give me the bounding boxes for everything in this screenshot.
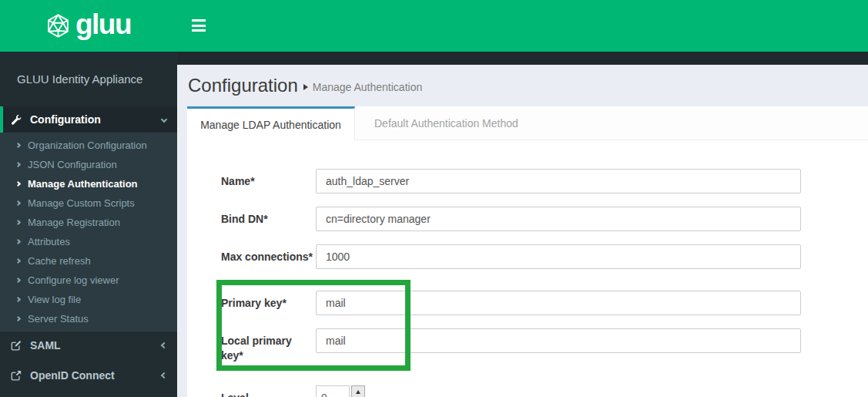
- hamburger-icon: [192, 19, 206, 22]
- top-navbar: gluu: [0, 0, 868, 52]
- form-row-name: Name*: [221, 169, 868, 193]
- primary-key-label: Primary key*: [221, 291, 316, 311]
- name-input[interactable]: [316, 169, 801, 193]
- sidebar-item-openid-connect[interactable]: OpenID Connect: [0, 362, 177, 389]
- external-link-icon: [11, 370, 22, 381]
- sidebar-title: GLUU Identity Appliance: [0, 52, 177, 106]
- tab-bar: Manage LDAP Authentication Default Authe…: [187, 106, 868, 140]
- sidebar-item-configuration[interactable]: Configuration: [0, 106, 177, 133]
- chevron-right-icon: [15, 200, 21, 206]
- main-content: Configuration Manage Authentication Mana…: [177, 65, 868, 397]
- tab-panel: Manage LDAP Authentication Default Authe…: [187, 106, 868, 397]
- form-row-bind-dn: Bind DN*: [221, 207, 868, 231]
- bind-dn-input[interactable]: [316, 207, 801, 231]
- local-primary-key-input[interactable]: [316, 328, 801, 353]
- breadcrumb-arrow-icon: [303, 84, 308, 90]
- configuration-submenu: Organization Configuration JSON Configur…: [0, 133, 177, 331]
- breadcrumb-section: Manage Authentication: [313, 81, 422, 93]
- sidebar-item-label: Configuration: [30, 113, 162, 126]
- sidebar-item-attributes[interactable]: Attributes: [0, 232, 177, 251]
- sidebar-item-manage-custom-scripts[interactable]: Manage Custom Scripts: [0, 193, 177, 213]
- tab-manage-ldap-authentication[interactable]: Manage LDAP Authentication: [187, 106, 355, 141]
- sidebar-item-json-configuration[interactable]: JSON Configuration: [0, 155, 177, 174]
- chevron-right-icon: [15, 297, 21, 302]
- level-stepper-up-button[interactable]: [351, 385, 365, 397]
- max-connections-input[interactable]: [316, 244, 801, 269]
- chevron-right-icon: [15, 258, 21, 264]
- bind-dn-label: Bind DN*: [221, 207, 316, 227]
- level-label: Level: [221, 385, 316, 397]
- form-row-level: Level: [221, 385, 868, 397]
- level-stepper-buttons: [351, 385, 365, 397]
- chevron-right-icon: [15, 316, 21, 321]
- level-stepper: [316, 385, 365, 397]
- chevron-down-icon: [161, 116, 167, 123]
- sidebar-item-manage-authentication[interactable]: Manage Authentication: [0, 174, 177, 193]
- form-row-primary-key: Primary key*: [221, 291, 868, 315]
- chevron-left-icon: [161, 372, 167, 378]
- chevron-right-icon: [15, 239, 21, 244]
- name-label: Name*: [221, 169, 316, 189]
- edit-icon: [11, 340, 22, 351]
- chevron-right-icon: [15, 278, 21, 283]
- gluu-icosahedron-icon: [46, 13, 70, 39]
- navbar-shadow-strip: [177, 52, 868, 65]
- sidebar-item-label: SAML: [30, 339, 162, 352]
- chevron-left-icon: [161, 342, 167, 348]
- local-primary-key-label: Local primary key*: [221, 328, 316, 363]
- ldap-authentication-form: Name* Bind DN* Max connections* Primary …: [187, 140, 868, 397]
- arrow-up-icon: [356, 390, 360, 394]
- form-row-max-connections: Max connections*: [221, 244, 868, 269]
- sidebar: GLUU Identity Appliance Configuration Or…: [0, 52, 177, 397]
- sidebar-item-saml[interactable]: SAML: [0, 331, 177, 359]
- page-title: Configuration: [188, 75, 298, 96]
- sidebar-item-server-status[interactable]: Server Status: [0, 309, 177, 328]
- chevron-right-icon: [15, 181, 21, 187]
- sidebar-toggle-button[interactable]: [192, 19, 206, 32]
- level-input[interactable]: [316, 385, 350, 397]
- chevron-right-icon: [15, 143, 21, 148]
- sidebar-item-configure-log-viewer[interactable]: Configure log viewer: [0, 271, 177, 290]
- sidebar-item-manage-registration[interactable]: Manage Registration: [0, 213, 177, 232]
- tab-default-authentication-method[interactable]: Default Authentication Method: [356, 106, 537, 140]
- sidebar-item-cache-refresh[interactable]: Cache refresh: [0, 251, 177, 271]
- form-row-local-primary-key: Local primary key*: [221, 328, 868, 363]
- brand-text: gluu: [75, 10, 131, 42]
- breadcrumb: Configuration Manage Authentication: [177, 65, 868, 96]
- wrench-icon: [11, 114, 22, 125]
- sidebar-item-label: OpenID Connect: [30, 369, 162, 382]
- primary-key-input[interactable]: [316, 291, 801, 315]
- sidebar-item-view-log-file[interactable]: View log file: [0, 290, 177, 309]
- sidebar-item-organization-configuration[interactable]: Organization Configuration: [0, 136, 177, 155]
- chevron-right-icon: [15, 162, 21, 167]
- gluu-logo[interactable]: gluu: [0, 0, 177, 52]
- chevron-right-icon: [15, 220, 21, 225]
- max-connections-label: Max connections*: [221, 244, 316, 264]
